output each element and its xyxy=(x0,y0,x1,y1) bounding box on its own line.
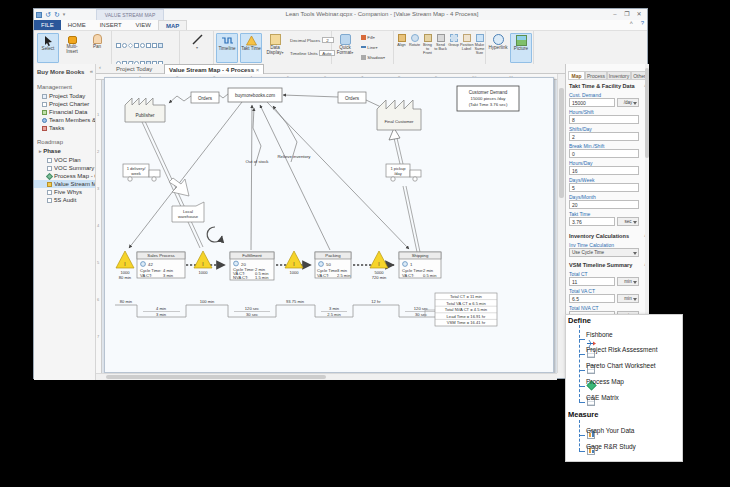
sidebar-item-process-map-current-state[interactable]: Process Map - Current State xyxy=(34,172,95,180)
select-button[interactable]: Select xyxy=(37,33,59,63)
sidebar-item-financial-data[interactable]: Financial Data xyxy=(34,108,95,116)
flyout-item-graph-your-data[interactable]: Graph Your Data xyxy=(586,425,634,436)
process-box-packing[interactable]: Packing 50 Cycle Time: 3 min VA CT: 2.5 … xyxy=(315,252,351,278)
summary-table[interactable]: Total CT = 11 min Total VA CT = 6.5 min … xyxy=(435,293,497,326)
inventory-triangle-4[interactable]: I 5000 720 min xyxy=(370,251,388,280)
restore-button[interactable]: ❐ xyxy=(621,10,633,19)
hours-shift-input[interactable]: 8 xyxy=(569,115,639,124)
hours-day-input[interactable]: 16 xyxy=(569,166,639,175)
truck-pickup[interactable]: 1 pickup /day xyxy=(386,164,421,181)
tab-home[interactable]: HOME xyxy=(61,20,93,30)
total-va-ct-input[interactable]: 6.5 xyxy=(569,294,615,303)
panel-scrollbar-thumb[interactable] xyxy=(645,68,649,158)
sidebar-item-tasks[interactable]: Tasks xyxy=(34,124,95,132)
sidebar-item-five-whys[interactable]: Five Whys xyxy=(34,188,95,196)
bring-to-front-button[interactable]: Bring to Front xyxy=(421,33,434,63)
doc-tab-value-stream-map[interactable]: Value Stream Map - 4 Process × xyxy=(164,64,264,74)
total-ct-unit-dropdown[interactable]: min xyxy=(617,277,639,286)
data-display-button[interactable]: Data Display▾ xyxy=(264,33,286,63)
sidebar-item-team-members[interactable]: Team Members & Roles xyxy=(34,116,95,124)
vertical-scrollbar-thumb[interactable] xyxy=(559,88,564,198)
qat-dropdown-icon[interactable]: ▾ xyxy=(63,10,66,19)
save-icon[interactable] xyxy=(36,12,42,18)
customer-demand-box[interactable]: Customer Demand 15000 pieces /day (Takt … xyxy=(457,86,519,111)
truck-delivery[interactable]: 1 delivery/ week xyxy=(123,164,160,181)
flyout-item-ce-matrix[interactable]: C&E Matrix xyxy=(586,392,619,403)
minimize-button[interactable]: – xyxy=(609,10,621,19)
horizontal-scrollbar[interactable] xyxy=(96,373,557,380)
local-warehouse[interactable]: Local warehouse xyxy=(172,202,204,222)
website-box[interactable]: buymorebooks.com xyxy=(228,88,282,102)
shadow-button[interactable]: Shadow▾ xyxy=(361,55,385,60)
flyout-item-pareto-chart-worksheet[interactable]: Pareto Chart Worksheet xyxy=(586,360,656,371)
line-button[interactable]: Line▾ xyxy=(361,45,378,50)
sidebar-item-value-stream-map[interactable]: Value Stream Map - 4 Process xyxy=(34,180,95,188)
sidebar-collapse-icon[interactable]: « xyxy=(90,68,93,74)
break-min-input[interactable]: 0 xyxy=(569,149,639,158)
close-tab-icon[interactable]: × xyxy=(256,67,260,73)
sidebar-item-project-charter[interactable]: Project Charter xyxy=(34,100,95,108)
doc-tab-project-today[interactable]: Project Today xyxy=(116,64,152,74)
takt-time-input[interactable]: 3.76 xyxy=(569,217,615,226)
group-button[interactable]: Group xyxy=(447,33,460,63)
redo-icon[interactable]: ↻ xyxy=(54,10,60,19)
flyout-item-gage-rr-study[interactable]: Gage R&R Study xyxy=(586,441,636,452)
takt-time-toggle-button[interactable]: Takt Time xyxy=(240,33,262,63)
inventory-triangle-3[interactable]: I 1000 xyxy=(285,251,303,275)
picture-button[interactable]: Picture xyxy=(510,33,532,63)
process-box-sales[interactable]: Sales Process 42 Cycle Time: 4 min VA CT… xyxy=(137,252,185,278)
connector-button[interactable]: ▾ xyxy=(186,33,208,63)
sidebar-item-phase[interactable]: ▸ Phase xyxy=(34,147,95,155)
timeline-units-control[interactable]: Timeline Units Auto xyxy=(290,50,335,56)
fill-button[interactable]: Fill▾ xyxy=(361,35,375,40)
sidebar-item-voc-plan[interactable]: VOC Plan xyxy=(34,156,95,164)
horizontal-scrollbar-thumb[interactable] xyxy=(106,375,326,379)
rotate-button[interactable]: Rotate xyxy=(408,33,421,63)
pan-button[interactable]: Pan xyxy=(86,33,108,63)
multi-insert-button[interactable]: Multi-Insert xyxy=(61,33,83,63)
timeline-toggle-button[interactable]: Timeline xyxy=(216,33,238,63)
tab-view[interactable]: VIEW xyxy=(129,20,158,30)
panel-tab-map[interactable]: Map xyxy=(568,71,585,80)
flyout-item-project-risk-assessment[interactable]: Project Risk Assessment xyxy=(586,344,658,355)
decimal-places-control[interactable]: Decimal Places 2 xyxy=(290,37,334,43)
quick-format-button[interactable]: Quick Format▾ xyxy=(334,33,356,63)
panel-tab-process[interactable]: Process xyxy=(585,71,607,80)
total-ct-input[interactable]: 11 xyxy=(569,277,615,286)
close-button[interactable]: ✕ xyxy=(633,10,645,19)
inventory-triangle-1[interactable]: I 1000 80 min xyxy=(116,251,134,280)
inv-time-calc-dropdown[interactable]: Use Cycle Time xyxy=(569,248,639,257)
hyperlink-button[interactable]: Hyperlink xyxy=(487,33,509,63)
tab-insert[interactable]: INSERT xyxy=(93,20,129,30)
loop-arrow-icon[interactable] xyxy=(207,227,222,242)
process-box-shipping[interactable]: Shipping 1 Cycle Time: 2 min VA CT: 0.5 … xyxy=(399,252,441,278)
ribbon-collapse-icon[interactable]: ˄ xyxy=(629,20,633,26)
sidebar-item-5s-audit[interactable]: 5S Audit xyxy=(34,196,95,204)
tab-map[interactable]: MAP xyxy=(158,20,187,30)
days-week-input[interactable]: 5 xyxy=(569,183,639,192)
days-month-input[interactable]: 20 xyxy=(569,200,639,209)
orders-box-1[interactable]: Orders xyxy=(191,92,219,103)
send-to-back-button[interactable]: Send to Back xyxy=(434,33,447,63)
process-box-fulfillment[interactable]: Fulfillment 20 Cycle Time: 2 min VA CT: … xyxy=(230,252,274,280)
publisher-factory[interactable]: Publisher xyxy=(125,98,165,122)
total-va-ct-unit-dropdown[interactable]: min xyxy=(617,294,639,303)
panel-tab-inventory[interactable]: Inventory xyxy=(607,71,631,80)
drawing-page[interactable]: Publisher Orders buymorebooks.com Orders xyxy=(104,77,554,373)
align-button[interactable]: Align xyxy=(395,33,408,63)
flyout-item-fishbone[interactable]: Fishbone xyxy=(586,329,613,340)
tab-file[interactable]: FILE xyxy=(34,20,61,30)
inventory-triangle-2[interactable]: I 1000 xyxy=(194,251,212,275)
help-icon[interactable]: ? xyxy=(641,20,644,26)
vertical-scrollbar[interactable] xyxy=(557,74,565,373)
flyout-item-process-map[interactable]: Process Map xyxy=(586,376,624,387)
sidebar-item-voc-summary[interactable]: VOC Summary xyxy=(34,164,95,172)
expander-icon[interactable]: ▸ xyxy=(39,148,42,154)
shifts-day-input[interactable]: 2 xyxy=(569,132,639,141)
vsm-timeline[interactable]: 80 min 100 min 93.75 min 12 hr 4 min 3 m… xyxy=(115,299,443,318)
cust-demand-input[interactable]: 15000 xyxy=(569,98,615,107)
orders-box-2[interactable]: Orders xyxy=(338,92,366,103)
make-same-size-button[interactable]: Make Same Size xyxy=(473,33,486,63)
final-customer-factory[interactable]: Final Customer xyxy=(377,100,421,130)
position-label-button[interactable]: Position Label xyxy=(460,33,473,63)
